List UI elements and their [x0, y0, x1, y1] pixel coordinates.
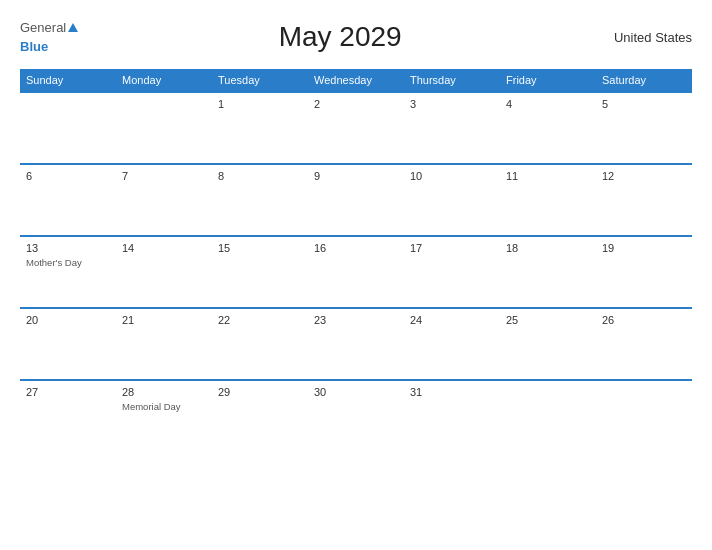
- week-row-2: 6789101112: [20, 164, 692, 236]
- day-number: 10: [410, 170, 494, 182]
- day-number: 24: [410, 314, 494, 326]
- day-cell: 12: [596, 164, 692, 236]
- day-cell: 14: [116, 236, 212, 308]
- day-number: 12: [602, 170, 686, 182]
- day-cell: 24: [404, 308, 500, 380]
- day-cell: 9: [308, 164, 404, 236]
- day-cell: [500, 380, 596, 452]
- day-number: 28: [122, 386, 206, 398]
- col-header-thursday: Thursday: [404, 69, 500, 92]
- day-number: 25: [506, 314, 590, 326]
- day-number: 31: [410, 386, 494, 398]
- day-cell: [116, 92, 212, 164]
- days-header-row: SundayMondayTuesdayWednesdayThursdayFrid…: [20, 69, 692, 92]
- day-number: 1: [218, 98, 302, 110]
- day-cell: 22: [212, 308, 308, 380]
- day-number: 2: [314, 98, 398, 110]
- day-number: 29: [218, 386, 302, 398]
- day-cell: 23: [308, 308, 404, 380]
- day-cell: [20, 92, 116, 164]
- day-event-label: Mother's Day: [26, 257, 82, 268]
- day-number: 27: [26, 386, 110, 398]
- day-number: 17: [410, 242, 494, 254]
- day-cell: 30: [308, 380, 404, 452]
- week-row-5: 2728Memorial Day293031: [20, 380, 692, 452]
- day-cell: 13Mother's Day: [20, 236, 116, 308]
- day-cell: 18: [500, 236, 596, 308]
- calendar-table: SundayMondayTuesdayWednesdayThursdayFrid…: [20, 69, 692, 452]
- day-cell: 27: [20, 380, 116, 452]
- logo: GeneralBlue: [20, 20, 78, 55]
- day-cell: 31: [404, 380, 500, 452]
- week-row-1: 12345: [20, 92, 692, 164]
- day-cell: 5: [596, 92, 692, 164]
- col-header-friday: Friday: [500, 69, 596, 92]
- day-cell: 1: [212, 92, 308, 164]
- day-number: 30: [314, 386, 398, 398]
- day-cell: 11: [500, 164, 596, 236]
- col-header-wednesday: Wednesday: [308, 69, 404, 92]
- day-event-label: Memorial Day: [122, 401, 181, 412]
- logo-general-text: General: [20, 20, 66, 36]
- day-cell: 15: [212, 236, 308, 308]
- day-cell: 3: [404, 92, 500, 164]
- day-number: 13: [26, 242, 110, 254]
- day-cell: 19: [596, 236, 692, 308]
- day-number: 7: [122, 170, 206, 182]
- day-number: 8: [218, 170, 302, 182]
- day-cell: 10: [404, 164, 500, 236]
- week-row-3: 13Mother's Day141516171819: [20, 236, 692, 308]
- day-cell: 28Memorial Day: [116, 380, 212, 452]
- day-number: 6: [26, 170, 110, 182]
- day-number: 20: [26, 314, 110, 326]
- day-cell: 21: [116, 308, 212, 380]
- day-cell: 17: [404, 236, 500, 308]
- day-number: 3: [410, 98, 494, 110]
- day-number: 23: [314, 314, 398, 326]
- day-number: 22: [218, 314, 302, 326]
- day-cell: 16: [308, 236, 404, 308]
- header: GeneralBlueMay 2029United States: [20, 20, 692, 55]
- day-cell: 25: [500, 308, 596, 380]
- day-number: 21: [122, 314, 206, 326]
- day-cell: 2: [308, 92, 404, 164]
- col-header-tuesday: Tuesday: [212, 69, 308, 92]
- day-cell: 6: [20, 164, 116, 236]
- week-row-4: 20212223242526: [20, 308, 692, 380]
- day-cell: 29: [212, 380, 308, 452]
- col-header-monday: Monday: [116, 69, 212, 92]
- day-cell: 8: [212, 164, 308, 236]
- calendar-page: GeneralBlueMay 2029United States SundayM…: [0, 0, 712, 550]
- day-number: 19: [602, 242, 686, 254]
- col-header-saturday: Saturday: [596, 69, 692, 92]
- logo-triangle-icon: [68, 23, 78, 32]
- day-number: 4: [506, 98, 590, 110]
- day-number: 14: [122, 242, 206, 254]
- day-number: 9: [314, 170, 398, 182]
- day-number: 5: [602, 98, 686, 110]
- country-label: United States: [602, 30, 692, 45]
- day-number: 11: [506, 170, 590, 182]
- day-cell: 20: [20, 308, 116, 380]
- day-number: 18: [506, 242, 590, 254]
- col-header-sunday: Sunday: [20, 69, 116, 92]
- day-cell: [596, 380, 692, 452]
- day-cell: 7: [116, 164, 212, 236]
- day-cell: 4: [500, 92, 596, 164]
- day-number: 15: [218, 242, 302, 254]
- day-number: 16: [314, 242, 398, 254]
- day-cell: 26: [596, 308, 692, 380]
- logo-blue-text: Blue: [20, 39, 48, 54]
- day-number: 26: [602, 314, 686, 326]
- calendar-title: May 2029: [78, 21, 602, 53]
